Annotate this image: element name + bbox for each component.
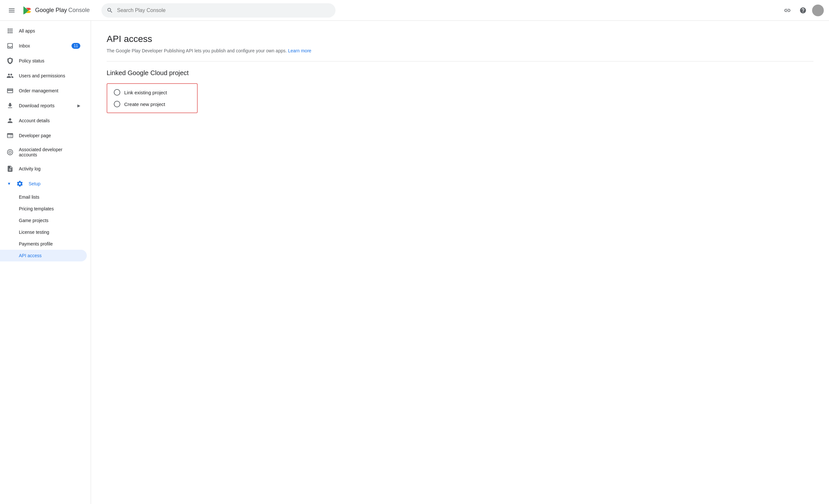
menu-button[interactable] [5,4,18,17]
inbox-badge: 11 [72,43,80,49]
activity-log-label: Activity log [19,166,41,171]
download-icon [6,102,14,109]
all-apps-icon [6,27,14,34]
learn-more-link[interactable]: Learn more [288,48,312,53]
sidebar-sub-item-api-access[interactable]: API access [0,250,87,261]
email-lists-label: Email lists [19,194,39,200]
sidebar-sub-item-pricing-templates[interactable]: Pricing templates [0,203,87,215]
sidebar-item-users-permissions[interactable]: Users and permissions [0,68,87,83]
sidebar-item-account-details[interactable]: Account details [0,113,87,128]
game-projects-label: Game projects [19,218,48,223]
sidebar-item-developer-page[interactable]: Developer page [0,128,87,143]
sidebar-item-order-management[interactable]: Order management [0,83,87,98]
sidebar-sub-item-game-projects[interactable]: Game projects [0,215,87,226]
policy-icon [6,57,14,64]
svg-rect-2 [9,12,14,12]
license-testing-label: License testing [19,229,49,235]
play-logo-icon [22,5,33,15]
payments-profile-label: Payments profile [19,241,53,247]
svg-rect-1 [9,10,14,11]
users-permissions-label: Users and permissions [19,73,65,78]
download-reports-arrow: ▶ [77,103,80,108]
order-icon [6,87,14,94]
main-content: API access The Google Play Developer Pub… [91,21,829,504]
link-existing-label: Link existing project [124,90,167,95]
search-bar[interactable] [101,3,335,17]
svg-point-4 [9,151,11,153]
sidebar-item-activity-log[interactable]: Activity log [0,161,87,176]
developer-page-label: Developer page [19,133,51,138]
logo[interactable]: Google Play Console [22,5,90,15]
associated-developer-icon [6,149,14,156]
svg-point-3 [7,150,13,155]
link-icon [784,7,791,14]
pricing-templates-label: Pricing templates [19,206,53,211]
sidebar-sub-item-email-lists[interactable]: Email lists [0,191,87,203]
page-title: API access [107,34,814,44]
policy-status-label: Policy status [19,58,44,63]
inbox-label: Inbox [19,43,30,48]
svg-rect-0 [9,8,14,9]
help-button[interactable] [796,4,809,17]
link-existing-radio[interactable] [114,89,120,96]
associated-developer-label: Associated developer accounts [19,147,80,157]
api-access-label: API access [19,253,42,258]
sidebar-item-inbox[interactable]: Inbox 11 [0,38,87,53]
users-icon [6,72,14,79]
section-title: Linked Google Cloud project [107,69,814,77]
page-description: The Google Play Developer Publishing API… [107,48,814,53]
account-icon [6,117,14,124]
download-reports-label: Download reports [19,103,55,108]
link-button[interactable] [781,4,794,17]
order-management-label: Order management [19,88,58,93]
project-options-box: Link existing project Create new project [107,83,197,113]
activity-log-icon [6,165,14,172]
sidebar: All apps Inbox 11 Policy status Users an… [0,21,91,504]
logo-text: Google Play Console [35,7,90,14]
sidebar-item-policy-status[interactable]: Policy status [0,53,87,68]
setup-label: Setup [29,181,41,186]
sidebar-item-setup[interactable]: ▼ Setup [0,176,87,191]
topbar-actions [781,4,824,17]
sidebar-item-all-apps[interactable]: All apps [0,24,87,38]
link-existing-option[interactable]: Link existing project [114,89,190,96]
account-details-label: Account details [19,118,50,123]
sidebar-sub-item-license-testing[interactable]: License testing [0,226,87,238]
avatar[interactable] [812,5,824,16]
help-icon [799,7,806,14]
setup-gear-icon [16,180,24,187]
divider [107,61,814,62]
all-apps-label: All apps [19,28,35,34]
inbox-icon [6,42,14,49]
search-input[interactable] [117,7,330,13]
sidebar-sub-item-payments-profile[interactable]: Payments profile [0,238,87,250]
developer-page-icon [6,132,14,139]
search-icon [107,7,113,14]
setup-arrow-icon: ▼ [7,181,11,186]
create-new-label: Create new project [124,102,165,107]
sidebar-item-associated-developer[interactable]: Associated developer accounts [0,143,87,161]
create-new-radio[interactable] [114,101,120,107]
topbar: Google Play Console [0,0,829,21]
sidebar-item-download-reports[interactable]: Download reports ▶ [0,98,87,113]
create-new-option[interactable]: Create new project [114,101,190,107]
layout: All apps Inbox 11 Policy status Users an… [0,21,829,504]
